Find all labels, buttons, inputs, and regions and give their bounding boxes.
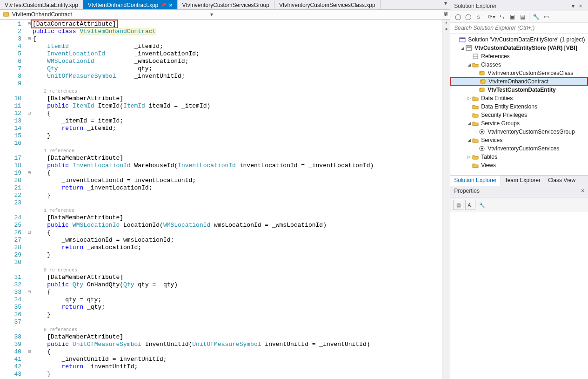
tree-item[interactable]: References xyxy=(450,52,588,61)
code-line[interactable]: 0 references xyxy=(33,326,442,333)
code-line[interactable] xyxy=(33,140,442,147)
solution-explorer-search[interactable] xyxy=(450,23,588,34)
code-line[interactable]: } xyxy=(33,192,442,199)
code-content[interactable]: [DataContractAttribute]public class VtvI… xyxy=(33,20,442,379)
code-line[interactable]: } xyxy=(33,371,442,378)
solution-tree[interactable]: Solution 'VtvCustomDataEntityStore' (1 p… xyxy=(450,34,588,175)
code-line[interactable]: public WMSLocationId LocationId(WMSLocat… xyxy=(33,222,442,229)
tree-item[interactable]: Data Entity Extensions xyxy=(450,102,588,111)
fold-toggle[interactable]: ⊟ xyxy=(26,229,33,237)
scroll-up-icon[interactable]: ▴ xyxy=(442,20,450,26)
code-line[interactable]: WMSLocationId _wmsLocationId; xyxy=(33,58,442,65)
panel-tab[interactable]: Team Explorer xyxy=(501,176,544,186)
categorized-icon[interactable]: ▤ xyxy=(453,200,463,210)
code-line[interactable]: } xyxy=(33,132,442,140)
tree-item[interactable]: VtvItemOnhandContract xyxy=(450,77,588,86)
code-line[interactable]: ItemId _itemId; xyxy=(33,43,442,50)
editor-tab[interactable]: VtvInventoryCustomServicesClass.xpp xyxy=(274,0,381,9)
tree-item[interactable]: ◢Services xyxy=(450,136,588,144)
code-line[interactable]: Qty _qty; xyxy=(33,65,442,73)
properties-grid[interactable] xyxy=(450,212,588,379)
code-line[interactable] xyxy=(33,318,442,326)
editor-tab[interactable]: VtvTestCustomDataEntity.xpp xyxy=(0,0,83,9)
code-line[interactable]: return _qty; xyxy=(33,304,442,311)
chevron-down-icon[interactable]: ▾ xyxy=(207,11,216,18)
code-line[interactable]: return _inventLocationId; xyxy=(33,184,442,192)
code-line[interactable]: return _itemId; xyxy=(33,125,442,132)
code-line[interactable]: { xyxy=(33,110,442,117)
vertical-scrollbar[interactable]: ▴ ✚ xyxy=(442,20,450,379)
code-line[interactable]: { xyxy=(33,229,442,237)
code-line[interactable]: _itemId = itemId; xyxy=(33,117,442,125)
collapse-all-icon[interactable]: ▣ xyxy=(508,12,517,21)
code-line[interactable] xyxy=(33,259,442,266)
code-line[interactable] xyxy=(33,199,442,207)
code-line[interactable]: [DataMemberAttribute] xyxy=(33,274,442,281)
code-line[interactable]: public Qty OnHandQty(Qty qty = _qty) xyxy=(33,281,442,289)
code-line[interactable]: public ItemId ItemId(ItemId itemId = _it… xyxy=(33,102,442,110)
code-line[interactable]: [DataContractAttribute] xyxy=(33,20,442,28)
sync-icon[interactable]: ⇆ xyxy=(497,12,507,21)
code-line[interactable]: UnitOfMeasureSymbol _inventUnitId; xyxy=(33,73,442,80)
tree-item[interactable]: ◢Classes xyxy=(450,61,588,69)
code-line[interactable]: InventLocationId _inventLocationId; xyxy=(33,50,442,58)
close-icon[interactable]: × xyxy=(169,2,172,8)
expand-icon[interactable]: ▷ xyxy=(466,96,472,101)
code-line[interactable] xyxy=(33,80,442,88)
code-line[interactable]: { xyxy=(33,289,442,296)
code-line[interactable]: { xyxy=(33,348,442,356)
fold-toggle[interactable]: ⊟ xyxy=(26,289,33,296)
tree-item[interactable]: VtvTestCustomDataEntity xyxy=(450,86,588,94)
editor-tab[interactable]: VtvItemOnhandContract.xpp📌× xyxy=(83,0,178,9)
panel-tab[interactable]: Solution Explorer xyxy=(450,176,501,186)
nav-dropdown-type[interactable]: VtvItemOnhandContract xyxy=(12,11,207,18)
split-button[interactable]: ▥ xyxy=(444,11,448,16)
expand-icon[interactable]: ◢ xyxy=(466,121,472,126)
fold-toggle[interactable]: ⊟ xyxy=(26,35,33,43)
tree-item[interactable]: VtvInventoryCustomServices xyxy=(450,144,588,153)
code-line[interactable]: public InventLocationId WarehouseId(Inve… xyxy=(33,162,442,169)
expand-icon[interactable]: ◢ xyxy=(466,138,472,142)
home-icon[interactable]: ⌂ xyxy=(474,12,483,21)
fold-toggle[interactable]: ⊟ xyxy=(26,169,33,177)
properties-icon[interactable]: 🔧 xyxy=(531,12,541,21)
code-line[interactable]: _inventLocationId = inventLocationId; xyxy=(33,177,442,184)
tree-item[interactable]: ▷Data Entities xyxy=(450,94,588,102)
code-line[interactable]: 2 references xyxy=(33,88,442,95)
tree-item[interactable]: VtvInventoryCustomServicesClass xyxy=(450,69,588,77)
close-icon[interactable]: × xyxy=(581,188,584,197)
code-line[interactable]: } xyxy=(33,251,442,259)
tree-item[interactable]: Views xyxy=(450,161,588,169)
code-line[interactable]: { xyxy=(33,35,442,43)
expand-icon[interactable]: ◢ xyxy=(466,62,472,67)
tree-item[interactable]: VtvInventoryCustomServicesGroup xyxy=(450,128,588,136)
code-line[interactable]: 0 references xyxy=(33,266,442,274)
panel-tab[interactable]: Class View xyxy=(544,176,579,186)
tree-item[interactable]: Security Privileges xyxy=(450,111,588,119)
search-input[interactable] xyxy=(450,23,588,33)
code-line[interactable]: [DataMemberAttribute] xyxy=(33,95,442,102)
tree-item[interactable]: Solution 'VtvCustomDataEntityStore' (1 p… xyxy=(450,35,588,44)
show-all-icon[interactable]: ▤ xyxy=(518,12,527,21)
pin-icon[interactable]: 📌 xyxy=(161,3,166,7)
editor-tab[interactable]: VtvInventoryCustomServicesGroup xyxy=(178,0,274,9)
fold-toggle[interactable]: ⊟ xyxy=(26,348,33,356)
tab-overflow-icon[interactable]: ▾ xyxy=(441,0,450,9)
code-editor[interactable]: 1234567891011121314151617181920212223242… xyxy=(0,20,450,379)
code-line[interactable]: } xyxy=(33,311,442,318)
tree-item[interactable]: ◢VtvCustomDataEntityStore (VAR) [VBI] xyxy=(450,44,588,52)
code-line[interactable]: _inventUnitId = inventUnitId; xyxy=(33,356,442,363)
forward-icon[interactable]: ◯ xyxy=(463,12,473,21)
alphabetical-icon[interactable]: A↓ xyxy=(465,200,475,210)
close-icon[interactable]: × xyxy=(577,3,584,9)
tree-item[interactable]: ▷Tables xyxy=(450,153,588,161)
code-line[interactable]: [DataMemberAttribute] xyxy=(33,214,442,222)
tree-item[interactable]: ◢Service Groups xyxy=(450,119,588,128)
wrench-icon[interactable]: 🔧 xyxy=(477,200,487,210)
panel-dropdown-icon[interactable]: ▾ xyxy=(569,3,577,9)
code-line[interactable]: public UnitOfMeasureSymbol InventUnitId(… xyxy=(33,341,442,348)
code-line[interactable]: _qty = qty; xyxy=(33,296,442,304)
solution-explorer-tabs[interactable]: Solution ExplorerTeam ExplorerClass View xyxy=(450,175,588,186)
code-line[interactable]: [DataMemberAttribute] xyxy=(33,155,442,162)
code-line[interactable]: public class VtvItemOnhandContract xyxy=(33,28,442,35)
